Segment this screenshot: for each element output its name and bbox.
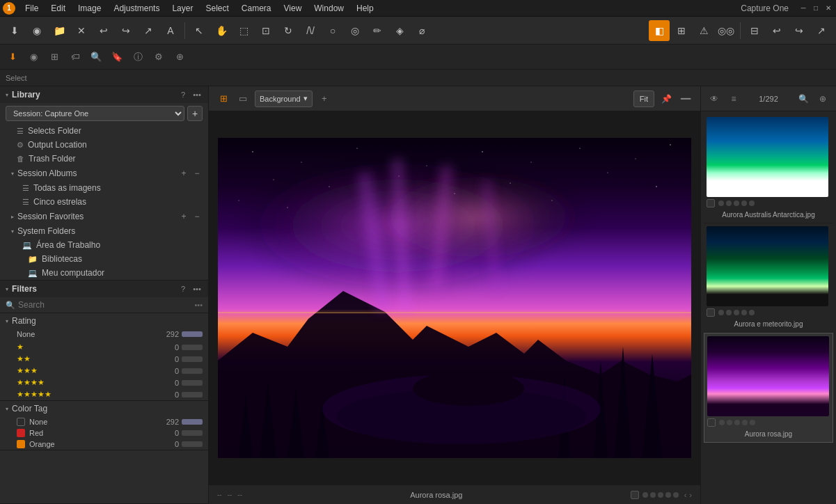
eye-button[interactable]: 👁 (705, 90, 723, 108)
menu-help[interactable]: Help (351, 2, 379, 15)
menu-layer[interactable]: Layer (166, 2, 198, 15)
adjust-button[interactable]: ≡ (725, 90, 743, 108)
status-nav-prev[interactable]: ‹ (684, 491, 687, 499)
capture-button[interactable]: ◉ (26, 20, 47, 41)
brush-button[interactable]: ✏ (367, 20, 388, 41)
sync-button[interactable]: ↩ (766, 20, 787, 41)
menu-view[interactable]: View (278, 2, 308, 15)
minimize-button[interactable]: ─ (798, 3, 808, 13)
session-albums-header[interactable]: ▾ Session Albums + − (0, 166, 208, 181)
tab-library[interactable]: ⊞ (45, 47, 64, 67)
crop-button[interactable]: ⊡ (255, 20, 276, 41)
compare-button[interactable]: ⊟ (744, 20, 765, 41)
tab-metadata[interactable]: 🏷 (65, 47, 85, 67)
delete-button[interactable]: ✕ (71, 20, 92, 41)
text-button[interactable]: A (160, 20, 181, 41)
oval-button[interactable]: ○ (322, 20, 343, 41)
cursor-button[interactable]: ↖ (189, 20, 210, 41)
add-view-button[interactable]: + (315, 90, 333, 108)
library-header[interactable]: ▾ Library ? ••• (0, 86, 208, 103)
folder3-item[interactable]: 💻 Meu computador (0, 266, 208, 280)
folder2-item[interactable]: 📁 Bibliotecas (0, 252, 208, 266)
session-albums-add[interactable]: + (178, 168, 189, 179)
color-tag-header[interactable]: ▾ Color Tag (0, 401, 208, 416)
focus-button[interactable]: ◎◎ (716, 20, 736, 41)
session-favorites-add[interactable]: + (178, 211, 189, 222)
menu-file[interactable]: File (19, 2, 44, 15)
fit-button[interactable]: Fit (633, 90, 654, 107)
single-view-button[interactable]: ▭ (234, 90, 252, 108)
warning-button[interactable]: ⚠ (693, 20, 714, 41)
straighten-button[interactable]: /\/ (300, 20, 321, 41)
close-button[interactable]: ✕ (823, 3, 833, 13)
import-button[interactable]: ⬇ (4, 20, 25, 41)
rating-1star-item[interactable]: ★ 0 (0, 341, 208, 353)
session-favorites-header[interactable]: ▸ Session Favorites + − (0, 209, 208, 224)
filters-help-button[interactable]: ? (178, 283, 189, 294)
color-orange-item[interactable]: Orange 0 (0, 439, 208, 450)
menu-window[interactable]: Window (308, 2, 349, 15)
rating-4star-item[interactable]: ★★★★ 0 (0, 377, 208, 388)
rating-none-item[interactable]: None 292 (0, 329, 208, 340)
tab-search[interactable]: 🔍 (86, 47, 106, 67)
rotate-button[interactable]: ↻ (278, 20, 299, 41)
session-favorites-minus[interactable]: − (191, 211, 203, 222)
filters-header[interactable]: ▾ Filters ? ••• (0, 281, 208, 297)
search-right-button[interactable]: ⊕ (814, 90, 832, 108)
library-more-button[interactable]: ••• (191, 89, 203, 100)
selects-folder-item[interactable]: ☰ Selects Folder (0, 124, 208, 138)
session-select[interactable]: Session: Capture One (6, 106, 184, 121)
marquee-button[interactable]: ⬚ (233, 20, 254, 41)
grid-view-button[interactable]: ⊞ (214, 90, 232, 108)
rating-header[interactable]: ▾ Rating (0, 313, 208, 329)
session-add-button[interactable]: + (187, 106, 203, 121)
background-selector[interactable]: Background ▾ (255, 90, 313, 107)
session-albums-minus[interactable]: − (191, 168, 203, 179)
main-image-container[interactable] (209, 111, 700, 485)
copy-button[interactable]: ↗ (811, 20, 832, 41)
menu-adjustments[interactable]: Adjustments (108, 2, 165, 15)
library-help-button[interactable]: ? (178, 89, 189, 100)
output-location-item[interactable]: ⚙ Output Location (0, 138, 208, 152)
tab-info[interactable]: ⓘ (128, 47, 148, 67)
album2-item[interactable]: ☰ Cinco estrelas (0, 195, 208, 209)
select-label[interactable]: Select (6, 74, 27, 82)
color-none-item[interactable]: None 292 (0, 416, 208, 427)
restore-button[interactable]: □ (811, 3, 821, 13)
tab-import[interactable]: ⬇ (3, 47, 22, 67)
arrow-button[interactable]: ↗ (138, 20, 159, 41)
rating-2star-item[interactable]: ★★ 0 (0, 353, 208, 365)
filmstrip-item-2[interactable]: Aurora e meteorito.jpg (704, 223, 833, 333)
search-more-button[interactable]: ••• (194, 301, 203, 309)
browse-button[interactable]: 📁 (49, 20, 70, 41)
folder1-item[interactable]: 💻 Área de Trabalho (0, 238, 208, 252)
fs-checkbox-1[interactable] (707, 199, 715, 207)
tab-bookmark[interactable]: 🔖 (107, 47, 127, 67)
grid-overlay-button[interactable]: ⊞ (671, 20, 692, 41)
zoom-in-button[interactable]: 🔍 (794, 90, 812, 108)
menu-select[interactable]: Select (200, 2, 234, 15)
search-input[interactable] (18, 300, 191, 310)
system-folders-header[interactable]: ▾ System Folders (0, 224, 208, 238)
rating-5star-item[interactable]: ★★★★★ 0 (0, 388, 208, 400)
color-editor-button[interactable]: ◧ (649, 20, 670, 41)
tab-capture[interactable]: ◉ (24, 47, 43, 67)
tab-more[interactable]: ⊕ (170, 47, 189, 67)
menu-camera[interactable]: Camera (236, 2, 277, 15)
color-red-item[interactable]: Red 0 (0, 427, 208, 439)
menu-edit[interactable]: Edit (45, 2, 71, 15)
rating-3star-item[interactable]: ★★★ 0 (0, 365, 208, 377)
spot-button[interactable]: ◎ (345, 20, 365, 41)
trash-folder-item[interactable]: 🗑 Trash Folder (0, 152, 208, 166)
redo-button[interactable]: ↪ (116, 20, 136, 41)
filmstrip-item-3[interactable]: Aurora rosa.jpg (704, 333, 833, 443)
tab-settings[interactable]: ⚙ (149, 47, 168, 67)
fs-checkbox-2[interactable] (707, 308, 715, 317)
lasso-button[interactable]: ⌀ (411, 20, 432, 41)
fs-checkbox-3[interactable] (707, 418, 716, 427)
pan-button[interactable]: ✋ (211, 20, 232, 41)
album1-item[interactable]: ☰ Todas as imagens (0, 181, 208, 195)
status-nav-next[interactable]: › (689, 491, 692, 499)
filters-more-button[interactable]: ••• (191, 283, 203, 294)
sync-all-button[interactable]: ↪ (789, 20, 810, 41)
